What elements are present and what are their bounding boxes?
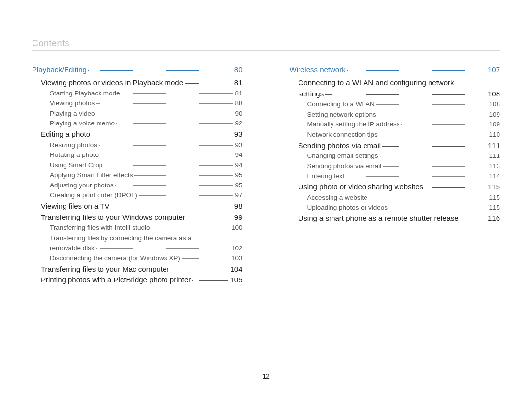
toc-dots	[88, 70, 232, 71]
toc-entry[interactable]: Rotating a photo94	[32, 150, 243, 160]
toc-entry[interactable]: Using a smart phone as a remote shutter …	[290, 213, 500, 224]
toc-entry[interactable]: Transferring files to your Windows compu…	[32, 212, 243, 223]
toc-entry[interactable]: Sending photos via email111	[290, 140, 500, 151]
toc-entry-label: settings	[299, 89, 324, 99]
toc-entry-page: 105	[229, 275, 242, 285]
toc-entry[interactable]: Playback/Editing80	[32, 64, 243, 75]
toc-dots	[116, 123, 233, 124]
toc-dots	[152, 228, 229, 228]
toc-dots	[347, 70, 485, 71]
toc-entry-page: 108	[487, 89, 500, 99]
toc-entry-label: Adjusting your photos	[50, 181, 114, 190]
toc-entry-label: Disconnecting the camera (for Windows XP…	[50, 253, 180, 263]
toc-dots	[378, 115, 487, 115]
toc-entry-page: 102	[231, 244, 243, 253]
toc-entry[interactable]: Setting network options109	[290, 110, 500, 120]
toc-entry[interactable]: Entering text114	[290, 171, 500, 181]
toc-entry[interactable]: Editing a photo93	[32, 129, 243, 140]
toc-entry[interactable]: Transferring files with Intelli-studio10…	[32, 223, 243, 233]
toc-dots	[182, 258, 229, 259]
toc-entry-label: Using a smart phone as a remote shutter …	[299, 213, 459, 224]
toc-dots	[104, 165, 233, 166]
toc-entry[interactable]: Network connection tips110	[290, 130, 500, 140]
toc-dots	[460, 219, 485, 219]
toc-entry-label: Editing a photo	[41, 129, 90, 140]
toc-entry-page: 97	[234, 190, 242, 200]
toc-entry-label: removable disk	[50, 244, 95, 253]
toc-entry[interactable]: Using photo or video sharing websites115	[290, 182, 500, 192]
toc-entry-line1[interactable]: Transferring files by connecting the cam…	[32, 233, 243, 243]
toc-columns: Playback/Editing80Viewing photos or vide…	[32, 64, 500, 285]
toc-entry[interactable]: Viewing photos88	[32, 98, 243, 108]
toc-entry[interactable]: Sending photos via email113	[290, 161, 500, 171]
toc-entry-page: 99	[233, 212, 243, 223]
toc-entry-page: 104	[229, 264, 242, 275]
toc-entry[interactable]: Adjusting your photos95	[32, 181, 243, 190]
toc-entry-page: 107	[487, 64, 500, 75]
toc-entry-label: Transferring files to your Mac computer	[41, 264, 169, 275]
toc-dots	[97, 114, 233, 114]
toc-entry-label: Wireless network	[290, 64, 346, 75]
toc-entry[interactable]: Transferring files to your Mac computer1…	[32, 264, 243, 275]
page-number: 12	[0, 372, 532, 380]
toc-dots	[425, 187, 485, 188]
toc-entry[interactable]: Applying Smart Filter effects95	[32, 170, 243, 180]
toc-entry[interactable]: Uploading photos or videos115	[290, 203, 500, 213]
toc-entry-page: 100	[231, 223, 243, 233]
toc-entry[interactable]: Viewing files on a TV98	[32, 201, 243, 212]
toc-entry-label: Connecting to a WLAN	[307, 99, 375, 109]
toc-entry-line1[interactable]: Connecting to a WLAN and configuring net…	[290, 77, 500, 88]
toc-entry[interactable]: Resizing photos93	[32, 140, 243, 150]
toc-dots	[99, 145, 233, 146]
toc-dots	[192, 280, 228, 281]
toc-entry-label: Viewing photos	[50, 98, 95, 108]
toc-entry[interactable]: settings108	[290, 89, 500, 99]
toc-entry[interactable]: Printing photos with a PictBridge photo …	[32, 275, 243, 285]
toc-dots	[96, 103, 233, 104]
toc-entry-page: 93	[234, 140, 242, 150]
toc-entry[interactable]: Viewing photos or videos in Playback mod…	[32, 77, 243, 88]
toc-column-left: Playback/Editing80Viewing photos or vide…	[32, 64, 243, 285]
toc-entry[interactable]: Accessing a website115	[290, 193, 500, 203]
toc-entry-label: Transferring files to your Windows compu…	[41, 212, 185, 223]
toc-dots	[92, 135, 232, 135]
toc-entry[interactable]: Connecting to a WLAN108	[290, 99, 500, 109]
toc-entry-page: 80	[233, 64, 243, 75]
toc-dots	[346, 176, 486, 177]
toc-entry[interactable]: Changing email settings111	[290, 151, 500, 161]
toc-entry-page: 109	[488, 110, 500, 120]
toc-dots	[96, 248, 229, 249]
toc-entry[interactable]: Playing a voice memo92	[32, 119, 243, 128]
toc-dots	[170, 270, 228, 270]
toc-entry-page: 81	[234, 89, 242, 98]
toc-entry[interactable]: Disconnecting the camera (for Windows XP…	[32, 253, 243, 263]
toc-entry[interactable]: Wireless network107	[290, 64, 500, 75]
toc-entry[interactable]: Starting Playback mode81	[32, 89, 243, 98]
toc-entry[interactable]: Using Smart Crop94	[32, 160, 243, 170]
toc-entry-page: 115	[488, 203, 500, 213]
toc-entry-label: Changing email settings	[307, 151, 378, 161]
toc-dots	[185, 83, 232, 84]
toc-column-right: Wireless network107Connecting to a WLAN …	[290, 64, 500, 285]
toc-dots	[382, 146, 485, 147]
toc-entry-label: Playing a voice memo	[50, 119, 115, 128]
toc-entry-label: Entering text	[307, 171, 345, 181]
toc-entry-label: Setting network options	[307, 110, 376, 120]
toc-dots	[376, 104, 487, 105]
toc-entry-page: 115	[488, 193, 500, 203]
toc-entry[interactable]: Creating a print order (DPOF)97	[32, 190, 243, 200]
toc-entry[interactable]: Playing a video90	[32, 109, 243, 119]
toc-entry-page: 109	[488, 120, 500, 129]
toc-entry-label: Viewing files on a TV	[41, 201, 110, 212]
toc-entry[interactable]: Manually setting the IP address109	[290, 120, 500, 129]
toc-entry[interactable]: removable disk102	[32, 244, 243, 253]
toc-entry-page: 93	[233, 129, 243, 140]
toc-entry-label: Uploading photos or videos	[307, 203, 388, 213]
toc-dots	[383, 166, 486, 167]
toc-dots	[389, 208, 486, 208]
toc-entry-label: Manually setting the IP address	[307, 120, 400, 129]
toc-entry-page: 90	[234, 109, 242, 119]
toc-entry-label: Playback/Editing	[32, 64, 87, 75]
toc-entry-label: Creating a print order (DPOF)	[50, 190, 137, 200]
toc-entry-label: Playing a video	[50, 109, 95, 119]
